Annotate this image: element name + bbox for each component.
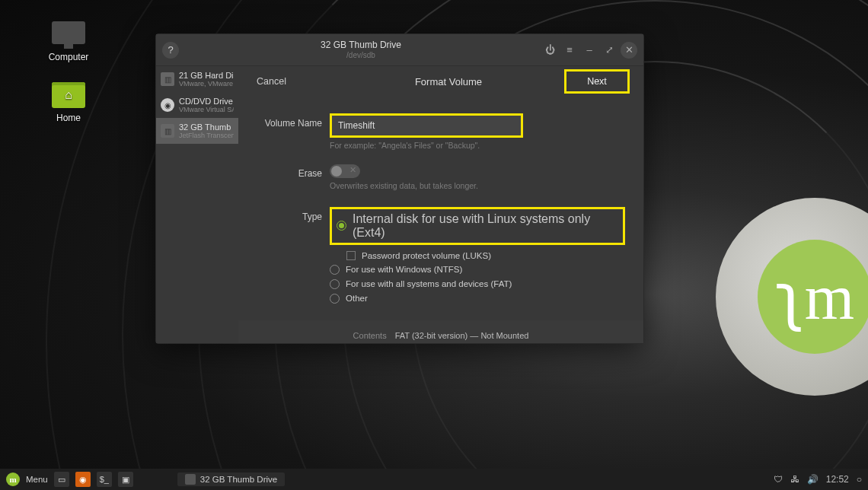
hamburger-icon[interactable]: ≡ [561, 42, 578, 59]
cd-icon: ◉ [161, 98, 174, 112]
device-sidebar: ▥ 21 GB Hard DisVMware, VMware ◉ CD/DVD … [156, 66, 238, 343]
type-label: Type [257, 207, 330, 222]
next-button[interactable]: Next [564, 69, 630, 94]
checkbox-luks-label: Password protect volume (LUKS) [362, 251, 491, 260]
erase-label: Erase [257, 164, 330, 179]
volume-icon[interactable]: 🔊 [807, 474, 819, 485]
folder-icon: ⌂ [52, 82, 85, 108]
radio-ext4[interactable] [337, 221, 346, 231]
minimize-button[interactable]: – [581, 42, 598, 59]
desktop-icon-computer[interactable]: Computer [38, 21, 99, 62]
erase-toggle[interactable]: ✕ [330, 164, 360, 178]
taskbar-window-button[interactable]: 32 GB Thumb Drive [177, 473, 285, 486]
show-desktop-button[interactable]: ▭ [54, 472, 69, 487]
disk-icon [185, 474, 196, 485]
radio-ntfs[interactable] [330, 265, 340, 275]
window-title: 32 GB Thumb Drive [183, 40, 538, 50]
dialog-title: Format Volume [333, 76, 564, 88]
erase-hint: Overwrites existing data, but takes long… [330, 181, 625, 190]
power-icon[interactable]: ⏻ [541, 42, 558, 59]
shield-icon[interactable]: 🛡 [774, 474, 783, 485]
disks-window: ? 32 GB Thumb Drive /dev/sdb ⏻ ≡ – ⤢ ✕ ▥… [155, 33, 644, 344]
radio-other[interactable] [330, 294, 340, 304]
sidebar-item-thumbdrive[interactable]: ▥ 32 GB Thumb DJetFlash Transcen [156, 118, 238, 144]
clock[interactable]: 12:52 [826, 474, 849, 485]
window-subtitle: /dev/sdb [183, 51, 538, 60]
radio-fat-label: For use with all systems and devices (FA… [346, 279, 512, 288]
desktop-icon-label: Home [38, 113, 99, 123]
taskbar-window-label: 32 GB Thumb Drive [200, 475, 277, 484]
window-titlebar[interactable]: ? 32 GB Thumb Drive /dev/sdb ⏻ ≡ – ⤢ ✕ [156, 34, 643, 66]
maximize-button[interactable]: ⤢ [601, 42, 617, 59]
files-launcher[interactable]: ▣ [118, 472, 133, 487]
monitor-icon [52, 21, 85, 44]
mint-menu-icon[interactable]: m [6, 473, 20, 486]
volume-contents: Contents FAT (32-bit version) — Not Moun… [238, 331, 643, 340]
desktop-icon-label: Computer [38, 52, 99, 62]
usb-icon: ▥ [161, 124, 174, 138]
radio-ntfs-label: For use with Windows (NTFS) [346, 265, 462, 274]
sidebar-item-harddisk[interactable]: ▥ 21 GB Hard DisVMware, VMware [156, 66, 238, 92]
help-icon[interactable]: ? [162, 42, 179, 59]
taskbar: m Menu ▭ ◉ $_ ▣ 32 GB Thumb Drive 🛡 🖧 🔊 … [0, 469, 868, 490]
menu-button[interactable]: Menu [26, 475, 48, 484]
format-volume-dialog: Cancel Format Volume Next Volume Name Fo… [238, 66, 643, 320]
sidebar-item-cddvd[interactable]: ◉ CD/DVD DriveVMware Virtual SA [156, 92, 238, 118]
radio-fat[interactable] [330, 279, 340, 289]
cancel-button[interactable]: Cancel [257, 76, 333, 87]
checkbox-luks[interactable] [346, 251, 356, 260]
close-button[interactable]: ✕ [621, 42, 637, 59]
mint-logo-badge: ʅm [716, 198, 868, 396]
desktop-icon-home[interactable]: ⌂ Home [38, 82, 99, 123]
volume-name-input[interactable] [330, 113, 523, 138]
terminal-launcher[interactable]: $_ [97, 472, 112, 487]
network-icon[interactable]: 🖧 [790, 474, 799, 485]
radio-ext4-label: Internal disk for use with Linux systems… [353, 212, 618, 240]
tray-dot-icon[interactable]: ○ [857, 474, 862, 485]
harddisk-icon: ▥ [161, 72, 174, 86]
firefox-launcher[interactable]: ◉ [75, 472, 91, 487]
volume-name-hint: For example: "Angela's Files" or "Backup… [330, 141, 625, 150]
volume-name-label: Volume Name [257, 113, 330, 129]
radio-other-label: Other [346, 294, 368, 303]
